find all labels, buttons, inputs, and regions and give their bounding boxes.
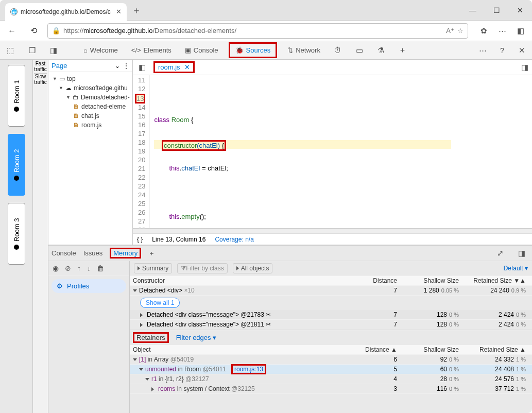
tree-folder[interactable]: ▼🗀 Demos/detached-: [48, 93, 132, 102]
default-view[interactable]: Default ▾: [504, 265, 528, 272]
retainer-row-4[interactable]: rooms in system / Context @32125 31160 %…: [130, 384, 532, 394]
show-all-button[interactable]: Show all 1: [140, 298, 180, 308]
traffic-labels: Fast traffic Slow traffic: [33, 60, 48, 413]
add-tab-icon[interactable]: ＋: [396, 43, 410, 58]
heap-grid: ConstructorDistanceShallow SizeRetained …: [130, 276, 532, 330]
drawer-expand-icon[interactable]: ⤢: [493, 246, 507, 261]
devtools-more-icon[interactable]: ⋯: [475, 43, 490, 58]
application-icon[interactable]: ▭: [352, 43, 367, 58]
browser-tab[interactable]: 🌐 microsoftedge.github.io/Demos/c ✕: [5, 3, 127, 21]
heap-row-detached[interactable]: Detached <div> ×10 7 1 2800.05 % 24 2400…: [130, 286, 532, 296]
tab-title: microsoftedge.github.io/Demos/c: [21, 8, 111, 15]
device-icon[interactable]: ❐: [25, 43, 39, 58]
grid-header[interactable]: ConstructorDistanceShallow SizeRetained …: [130, 276, 532, 286]
address-field[interactable]: 🔒 https://microsoftedge.github.io/Demos/…: [47, 23, 468, 39]
heap-row-msg2[interactable]: Detached <div class="message"> @21811 ✂ …: [130, 320, 532, 330]
back-button[interactable]: ←: [4, 23, 20, 39]
tab-console[interactable]: ▣ Console: [182, 44, 221, 56]
maximize-button[interactable]: ☐: [485, 0, 508, 21]
memory-sidebar: ◉ ⊘ ↑ ↓ 🗑 ⚙ Profiles: [48, 261, 130, 413]
more-tools-icon[interactable]: ⚗: [374, 43, 388, 58]
reader-icon[interactable]: A⁺: [446, 27, 454, 35]
editor-nav-icon[interactable]: ◧: [135, 60, 149, 75]
retainers-tab[interactable]: Retainers: [133, 332, 169, 343]
tab-elements[interactable]: </> Elements: [128, 44, 175, 56]
upload-icon[interactable]: ↑: [77, 264, 81, 272]
room-2-button[interactable]: Room 2: [8, 134, 25, 196]
inspect-icon[interactable]: ⬚: [3, 43, 18, 58]
drawer-tab-console[interactable]: Console: [52, 249, 76, 257]
favorite-icon[interactable]: ☆: [457, 27, 464, 35]
drawer-add-icon[interactable]: ＋: [148, 249, 155, 258]
file-tree: ▼▭ top ▼☁ microsoftedge.githu ▼🗀 Demos/d…: [48, 72, 132, 132]
navigator-page-tab[interactable]: Page: [52, 62, 67, 70]
page-content: Room 1 Room 2 Room 3: [0, 60, 33, 413]
tree-top[interactable]: ▼▭ top: [48, 74, 132, 83]
chevron-down-icon[interactable]: ⌄: [115, 62, 120, 70]
close-tab-icon[interactable]: ✕: [116, 8, 122, 15]
retainer-row-1[interactable]: [1] in Array @54019 6920 %24 3321 %: [130, 355, 532, 365]
room-1-button[interactable]: Room 1: [8, 65, 25, 127]
more-icon[interactable]: ⋯: [495, 24, 509, 38]
download-icon[interactable]: ↓: [87, 264, 91, 272]
heap-row-msg1[interactable]: Detached <div class="message"> @21783 ✂ …: [130, 310, 532, 320]
devtools-close-icon[interactable]: ✕: [514, 43, 529, 58]
titlebar: 🌐 microsoftedge.github.io/Demos/c ✕ ＋ — …: [0, 0, 532, 21]
url-bar: ← ⟲ 🔒 https://microsoftedge.github.io/De…: [0, 21, 532, 41]
all-objects-select[interactable]: All objects: [233, 263, 273, 273]
tree-file-room[interactable]: 🗎 room.js: [48, 121, 132, 130]
globe-icon: 🌐: [10, 8, 18, 15]
url-path: /Demos/detached-elements/: [152, 27, 236, 35]
delete-icon[interactable]: 🗑: [97, 264, 104, 272]
extensions-icon[interactable]: ✿: [476, 24, 491, 38]
navigator-pane: Page ⌄ ⋮ ▼▭ top ▼☁ microsoftedge.githu ▼…: [48, 60, 133, 245]
new-tab-button[interactable]: ＋: [132, 4, 141, 16]
summary-select[interactable]: Summary: [134, 263, 172, 273]
settings-icon: ⚙: [57, 282, 63, 290]
tab-network[interactable]: ⇅ Network: [284, 44, 323, 56]
tree-file-chat[interactable]: 🗎 chat.js: [48, 111, 132, 121]
sidebar-icon[interactable]: ◧: [513, 24, 528, 38]
close-window-button[interactable]: ✕: [508, 0, 532, 21]
drawer-tab-memory[interactable]: Memory: [110, 248, 141, 259]
tab-welcome[interactable]: ⌂ Welcome: [80, 44, 121, 56]
url-prefix: https://: [63, 27, 83, 35]
profiles-item[interactable]: ⚙ Profiles: [52, 279, 126, 293]
retainer-row-2[interactable]: unmounted in Room @54011 room.js:13 5600…: [130, 365, 532, 374]
gutter: 111213141516171819202122232425262728: [133, 75, 150, 228]
devtools-tabbar: ⬚ ❐ ◨ ⌂ Welcome </> Elements ▣ Console 🐞…: [0, 41, 532, 60]
retainer-row-3[interactable]: r1 in {r1, r2} @32127 4280 %24 5761 %: [130, 374, 532, 384]
editor-toggle-icon[interactable]: ◨: [518, 60, 532, 75]
source-link-roomjs13[interactable]: room.js:13: [231, 364, 266, 374]
navigator-more-icon[interactable]: ⋮: [123, 62, 129, 70]
lock-icon: 🔒: [52, 27, 60, 35]
minimize-button[interactable]: —: [461, 0, 485, 21]
url-host: microsoftedge.github.io: [83, 27, 152, 35]
refresh-button[interactable]: ⟲: [26, 23, 41, 39]
filter-edges-button[interactable]: Filter edges ▾: [176, 334, 217, 341]
file-tab-roomjs[interactable]: room.js✕: [153, 61, 195, 73]
record-icon[interactable]: ◉: [53, 264, 59, 272]
class-filter-input[interactable]: ⧩ Filter by class: [177, 263, 227, 273]
drawer-tabs: Console Issues Memory ＋ ⤢ ◨: [48, 246, 532, 261]
slow-traffic-label[interactable]: Slow traffic: [34, 74, 47, 85]
tree-file-html[interactable]: 🗎 detached-eleme: [48, 102, 132, 111]
code-area[interactable]: 111213141516171819202122232425262728 cla…: [133, 75, 532, 228]
editor-pane: ◧ room.js✕ ◨ 111213141516171819202122232…: [133, 60, 532, 245]
dock-icon[interactable]: ◨: [46, 43, 61, 58]
scrollbar[interactable]: [133, 228, 532, 233]
performance-icon[interactable]: ⏱: [331, 43, 345, 58]
code-lines: class Room { constructor(chatEl) { this.…: [150, 75, 451, 228]
room-3-button[interactable]: Room 3: [8, 203, 25, 265]
retainers-header[interactable]: ObjectDistance ▲Shallow SizeRetained Siz…: [130, 345, 532, 355]
drawer-tab-issues[interactable]: Issues: [83, 249, 103, 257]
coverage-link[interactable]: Coverage: n/a: [215, 236, 253, 243]
close-file-icon[interactable]: ✕: [184, 63, 190, 71]
tab-sources[interactable]: 🐞 Sources: [232, 44, 274, 56]
tree-origin[interactable]: ▼☁ microsoftedge.githu: [48, 83, 132, 93]
clear-icon[interactable]: ⊘: [65, 264, 71, 272]
editor-status: { } Line 13, Column 16 Coverage: n/a: [133, 233, 532, 245]
drawer-dock-icon[interactable]: ◨: [514, 246, 529, 261]
help-icon[interactable]: ?: [495, 43, 509, 58]
fast-traffic-label[interactable]: Fast traffic: [34, 61, 47, 74]
